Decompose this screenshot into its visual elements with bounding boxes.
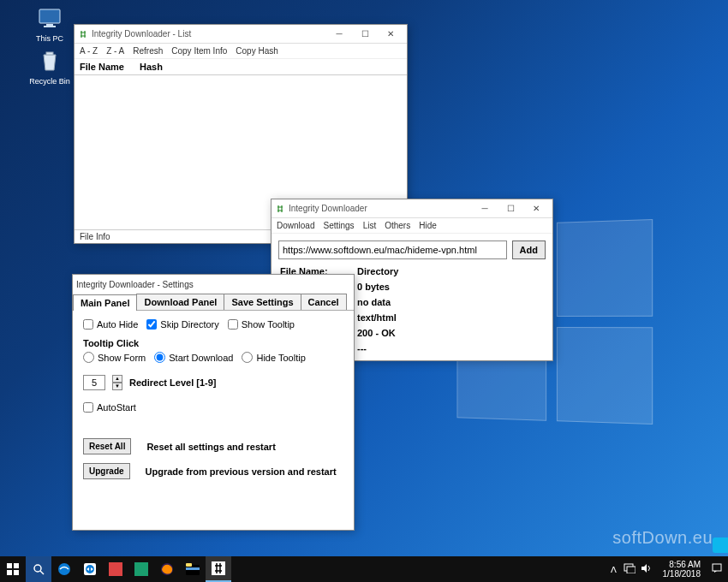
value-eta: --- [357,343,546,353]
menu-copy-item-info[interactable]: Copy Item Info [171,46,227,56]
taskbar-teamviewer-icon[interactable] [77,556,103,582]
spin-up-icon[interactable]: ▲ [112,375,122,383]
titlebar[interactable]: Integrity Downloader ─ ☐ ✕ [272,199,552,218]
svg-rect-2 [44,26,56,27]
window-title: Integrity Downloader [289,204,472,213]
svg-rect-1 [46,24,53,26]
list-headers: File Name Hash [75,59,407,75]
check-skip-directory[interactable]: Skip Directory [146,319,218,330]
tray-network-icon[interactable] [624,563,636,575]
tray-volume-icon[interactable] [641,563,653,575]
value-content-type: text/html [357,312,546,323]
group-tooltip-click: Tooltip Click [83,338,343,348]
menu-copy-hash[interactable]: Copy Hash [236,46,277,56]
tab-save-settings[interactable]: Save Settings [224,294,301,310]
svg-rect-18 [186,567,200,570]
menu-sort-az[interactable]: A - Z [80,46,98,56]
upgrade-text: Upgrade from previous version and restar… [146,466,337,477]
taskbar-clock[interactable]: 8:56 AM 1/18/2018 [659,560,705,579]
hash-icon [78,29,88,39]
menu-settings[interactable]: Settings [323,221,354,230]
maximize-button[interactable]: ☐ [498,200,523,217]
clock-date: 1/18/2018 [663,569,701,579]
svg-point-8 [34,565,41,572]
desktop-icon-label: Recycle Bin [29,77,70,86]
redirect-level-label: Redirect Level [1-9] [129,377,216,388]
menu-download[interactable]: Download [277,221,314,230]
reset-all-text: Reset all settings and restart [146,442,275,452]
svg-rect-14 [134,562,148,576]
menu-sort-za[interactable]: Z - A [106,46,124,56]
svg-rect-21 [627,567,636,573]
svg-rect-17 [186,563,192,567]
svg-rect-13 [109,562,122,576]
menubar: A - Z Z - A Refresh Copy Item Info Copy … [75,44,407,59]
tabs: Main Panel Download Panel Save Settings … [73,294,354,311]
svg-rect-22 [713,564,721,571]
recycle-bin-icon [36,48,63,75]
window-settings: Integrity Downloader - Settings Main Pan… [72,274,355,531]
taskbar-search-icon[interactable] [26,556,51,582]
window-title: Integrity Downloader - Settings [76,280,350,289]
value-filename: Directory [357,266,546,276]
menu-refresh[interactable]: Refresh [133,46,163,56]
check-autostart[interactable]: AutoStart [83,402,136,413]
start-button[interactable] [0,556,26,582]
svg-rect-6 [7,570,12,575]
check-show-tooltip[interactable]: Show Tooltip [228,319,295,330]
window-title: Integrity Downloader - List [92,29,326,39]
value-modified: no data [357,297,546,307]
taskbar-app-icon[interactable] [128,556,154,582]
taskbar-edge-icon[interactable] [51,556,77,582]
clock-time: 8:56 AM [663,560,701,569]
spin-buttons[interactable]: ▲▼ [112,375,122,390]
taskbar: ᐱ 8:56 AM 1/18/2018 [0,556,728,582]
tab-main-panel[interactable]: Main Panel [73,294,137,311]
close-button[interactable]: ✕ [378,26,403,43]
minimize-button[interactable]: ─ [326,26,352,43]
svg-rect-0 [39,9,60,23]
value-filesize: 0 bytes [357,282,546,292]
maximize-button[interactable]: ☐ [352,26,378,43]
col-filename[interactable]: File Name [80,62,140,72]
minimize-button[interactable]: ─ [472,200,498,217]
tray-notifications-icon[interactable] [711,562,723,576]
close-button[interactable]: ✕ [523,200,549,217]
spin-down-icon[interactable]: ▼ [112,383,122,390]
url-input[interactable] [278,241,507,259]
check-auto-hide[interactable]: Auto Hide [83,319,138,330]
desktop-icon-this-pc[interactable]: This PC [24,5,75,43]
svg-line-9 [40,571,44,574]
upgrade-button[interactable]: Upgrade [83,463,130,479]
menubar: Download Settings List Others Hide [272,218,552,234]
taskbar-firefox-icon[interactable] [154,556,180,582]
titlebar[interactable]: Integrity Downloader - List ─ ☐ ✕ [75,25,407,44]
radio-hide-tooltip[interactable]: Hide Tooltip [242,352,305,363]
svg-rect-7 [14,570,19,575]
col-hash[interactable]: Hash [140,62,163,72]
reset-all-button[interactable]: Reset All [83,438,131,454]
redirect-level-input[interactable] [83,375,105,390]
taskbar-app-icon[interactable] [103,556,128,582]
watermark: softDown.eu [612,528,713,548]
radio-show-form[interactable]: Show Form [83,352,146,363]
titlebar[interactable]: Integrity Downloader - Settings [73,275,354,294]
svg-rect-5 [14,563,19,568]
taskbar-explorer-icon[interactable] [180,556,206,582]
menu-others[interactable]: Others [385,221,410,230]
teamviewer-panel-icon[interactable] [713,537,728,553]
menu-hide[interactable]: Hide [419,221,437,230]
value-status: 200 - OK [357,328,546,338]
tab-cancel[interactable]: Cancel [301,294,347,310]
add-button[interactable]: Add [512,241,546,259]
svg-rect-4 [7,563,12,568]
svg-rect-3 [46,52,53,55]
desktop-icon-recycle-bin[interactable]: Recycle Bin [24,48,75,86]
tray-chevron-up-icon[interactable]: ᐱ [611,565,617,574]
system-tray [624,563,653,575]
radio-start-download[interactable]: Start Download [154,352,233,363]
taskbar-integrity-downloader-icon[interactable] [206,556,231,582]
tab-download-panel[interactable]: Download Panel [136,294,224,310]
monitor-icon [36,5,63,33]
menu-list[interactable]: List [363,221,377,230]
